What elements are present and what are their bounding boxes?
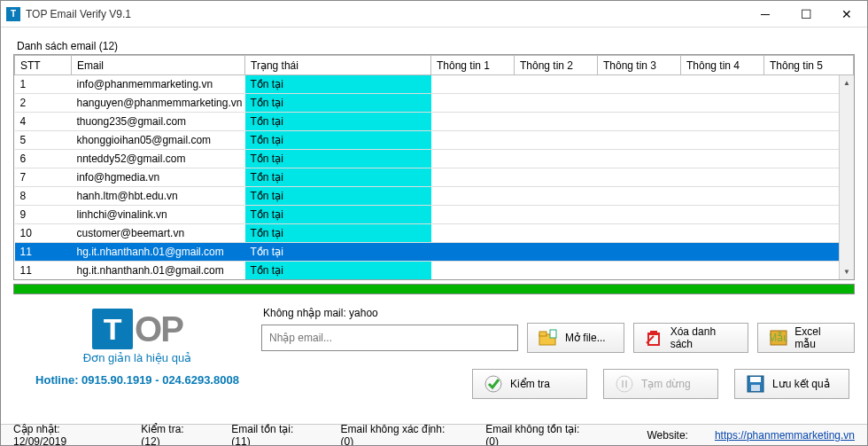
email-table[interactable]: STTEmailTrạng tháiThông tin 1Thông tin 2… xyxy=(13,54,855,280)
cell-stt: 10 xyxy=(15,224,72,243)
table-row[interactable]: 1info@phanmemmarketing.vnTồn tại xyxy=(15,75,854,94)
cell-info xyxy=(431,168,515,187)
cell-info xyxy=(598,262,681,280)
cell-info xyxy=(681,224,764,243)
save-icon xyxy=(746,374,765,394)
cell-info xyxy=(681,131,764,150)
website-link[interactable]: https://phanmemmarketing.vn xyxy=(715,429,855,442)
table-row[interactable]: 2hanguyen@phanmemmarketing.vnTồn tại xyxy=(15,94,854,113)
cell-stt: 2 xyxy=(15,94,72,113)
maximize-button[interactable]: ☐ xyxy=(786,1,826,27)
cell-info xyxy=(431,75,515,94)
status-exists: Email tồn tại: (11) xyxy=(231,423,314,447)
cell-info xyxy=(598,187,681,206)
cell-email: hanguyen@phanmemmarketing.vn xyxy=(72,94,245,113)
cell-info xyxy=(598,243,681,262)
svg-rect-1 xyxy=(539,332,546,336)
excel-sample-button[interactable]: Mẫu Excel mẫu xyxy=(757,323,855,353)
cell-status: Tồn tại xyxy=(245,243,431,262)
pause-icon xyxy=(615,374,634,394)
svg-text:Mẫu: Mẫu xyxy=(770,332,787,344)
cell-stt: 6 xyxy=(15,150,72,168)
cell-stt: 7 xyxy=(15,168,72,187)
table-row[interactable]: 9linhchi@vinalink.vnTồn tại xyxy=(15,206,854,224)
cell-email: customer@beemart.vn xyxy=(72,224,245,243)
table-row[interactable]: 8hanh.ltm@hbt.edu.vnTồn tại xyxy=(15,187,854,206)
status-updated: Cập nhật: 12/09/2019 xyxy=(13,423,114,447)
table-row[interactable]: 6nnteddy52@gmail.comTồn tại xyxy=(15,150,854,168)
check-icon xyxy=(484,374,503,394)
table-row[interactable]: 7info@hgmedia.vnTồn tại xyxy=(15,168,854,187)
cell-email: hg.it.nhanthanh.01@gmail.com xyxy=(72,243,245,262)
email-input[interactable] xyxy=(261,325,518,351)
table-row[interactable]: 11hg.it.nhanthanh.01@gmail.comTồn tại xyxy=(15,243,854,262)
table-row[interactable]: 10customer@beemart.vnTồn tại xyxy=(15,224,854,243)
website-label: Website: xyxy=(647,429,687,442)
cell-status: Tồn tại xyxy=(245,187,431,206)
cell-status: Tồn tại xyxy=(245,113,431,131)
cell-stt: 11 xyxy=(15,262,72,280)
cell-email: info@phanmemmarketing.vn xyxy=(72,75,245,94)
cell-info xyxy=(431,224,515,243)
cell-info xyxy=(515,206,598,224)
scroll-up-icon[interactable]: ▲ xyxy=(840,75,854,90)
cell-status: Tồn tại xyxy=(245,168,431,187)
pause-label: Tạm dừng xyxy=(641,378,691,390)
cell-info xyxy=(515,187,598,206)
column-header[interactable]: Thông tin 4 xyxy=(681,56,764,75)
column-header[interactable]: Email xyxy=(72,56,245,75)
cell-info xyxy=(598,224,681,243)
cell-email: linhchi@vinalink.vn xyxy=(72,206,245,224)
table-row[interactable]: 11hg.it.nhanthanh.01@gmail.comTồn tại xyxy=(15,262,854,280)
svg-rect-2 xyxy=(550,330,556,338)
brand-panel: TOP Đơn giản là hiệu quả Hotline: 0915.9… xyxy=(13,307,261,399)
cell-info xyxy=(515,224,598,243)
scrollbar[interactable]: ▲ ▼ xyxy=(839,75,854,279)
clear-list-button[interactable]: Xóa danh sách xyxy=(633,323,748,353)
cell-stt: 1 xyxy=(15,75,72,94)
close-button[interactable]: ✕ xyxy=(826,1,867,27)
open-file-button[interactable]: Mở file... xyxy=(527,323,624,353)
cell-info xyxy=(515,243,598,262)
progress-bar xyxy=(13,284,855,294)
cell-email: thuong235@gmail.com xyxy=(72,113,245,131)
svg-point-9 xyxy=(485,376,501,392)
minimize-button[interactable]: ─ xyxy=(745,1,786,27)
slogan: Đơn giản là hiệu quả xyxy=(13,351,261,364)
column-header[interactable]: Thông tin 5 xyxy=(764,56,854,75)
cell-info xyxy=(515,150,598,168)
column-header[interactable]: Trạng thái xyxy=(245,56,431,75)
logo: TOP xyxy=(13,309,261,349)
cell-info xyxy=(431,131,515,150)
cell-info xyxy=(515,94,598,113)
column-header[interactable]: Thông tin 2 xyxy=(515,56,598,75)
cell-info xyxy=(598,150,681,168)
column-header[interactable]: Thông tin 1 xyxy=(431,56,515,75)
pause-button[interactable]: Tạm dừng xyxy=(603,369,718,399)
cell-info xyxy=(681,75,764,94)
cell-status: Tồn tại xyxy=(245,75,431,94)
save-label: Lưu kết quả xyxy=(772,378,830,390)
cell-info xyxy=(681,113,764,131)
cell-info xyxy=(598,206,681,224)
save-button[interactable]: Lưu kết quả xyxy=(734,369,849,399)
cell-stt: 5 xyxy=(15,131,72,150)
check-button[interactable]: Kiểm tra xyxy=(472,369,587,399)
cell-info xyxy=(431,113,515,131)
cell-email: khonggioihan05@gmail.com xyxy=(72,131,245,150)
status-bar: Cập nhật: 12/09/2019 Kiểm tra: (12) Emai… xyxy=(1,424,867,445)
column-header[interactable]: STT xyxy=(15,56,72,75)
column-header[interactable]: Thông tin 3 xyxy=(598,56,681,75)
svg-point-10 xyxy=(616,376,632,392)
cell-stt: 8 xyxy=(15,187,72,206)
table-row[interactable]: 4thuong235@gmail.comTồn tại xyxy=(15,113,854,131)
open-file-label: Mở file... xyxy=(565,332,606,344)
table-row[interactable]: 5khonggioihan05@gmail.comTồn tại xyxy=(15,131,854,150)
cell-status: Tồn tại xyxy=(245,131,431,150)
cell-stt: 4 xyxy=(15,113,72,131)
scroll-down-icon[interactable]: ▼ xyxy=(840,264,854,279)
cell-status: Tồn tại xyxy=(245,150,431,168)
folder-icon xyxy=(539,328,558,348)
cell-info xyxy=(681,150,764,168)
cell-info xyxy=(515,113,598,131)
